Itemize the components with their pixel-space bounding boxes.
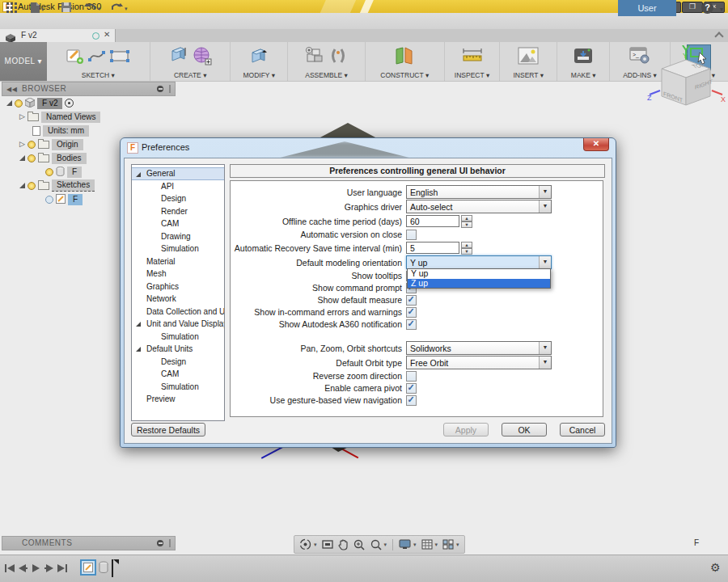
browser-item-label[interactable]: F <box>67 167 82 178</box>
auto-version-checkbox[interactable] <box>406 230 417 240</box>
visibility-bulb-icon[interactable] <box>28 141 36 149</box>
visibility-bulb-icon[interactable] <box>45 168 53 176</box>
dropdown-option-z-up[interactable]: Z up <box>408 279 550 289</box>
spline-icon[interactable] <box>88 49 106 65</box>
tab-close-icon[interactable]: ✕ <box>104 30 110 39</box>
tree-item-unit-value-display[interactable]: Unit and Value Display <box>132 318 224 331</box>
gesture-nav-checkbox[interactable] <box>406 395 417 406</box>
tree-item-du-simulation[interactable]: Simulation <box>132 381 224 394</box>
tree-item-material[interactable]: Material <box>132 255 224 268</box>
visibility-bulb-icon[interactable] <box>28 154 36 162</box>
press-pull-icon[interactable] <box>249 46 269 69</box>
visibility-bulb-icon[interactable] <box>28 182 36 190</box>
ribbon-group-label[interactable]: CONSTRUCT ▾ <box>380 71 429 79</box>
browser-item-sketches[interactable]: Sketches <box>19 179 95 192</box>
camera-pivot-checkbox[interactable] <box>406 383 417 394</box>
spin-up-icon[interactable]: ▲ <box>461 242 472 248</box>
expander-open-icon[interactable] <box>136 322 141 327</box>
tree-item-api[interactable]: API <box>132 180 224 193</box>
browser-panel-header[interactable]: ◀◀ BROWSER <box>2 82 176 96</box>
dialog-titlebar[interactable]: F Preferences ✕ <box>121 138 616 158</box>
ribbon-group-label[interactable]: ASSEMBLE ▾ <box>305 71 347 79</box>
spin-up-icon[interactable]: ▲ <box>461 215 472 221</box>
zoom-window-icon[interactable]: ▾ <box>368 538 389 551</box>
timeline-sketch-feature[interactable] <box>80 559 96 576</box>
show-a360-notification-checkbox[interactable] <box>406 319 417 330</box>
look-at-icon[interactable] <box>320 538 335 550</box>
tree-item-network[interactable]: Network <box>132 293 224 306</box>
default-orbit-select[interactable]: Free Orbit▼ <box>406 356 552 369</box>
browser-item-label[interactable]: F v2 <box>37 98 62 109</box>
browser-item-label[interactable]: Bodies <box>52 153 87 164</box>
new-component-icon[interactable] <box>306 47 325 68</box>
viewcube[interactable]: TOP FRONT RIGHT Z X Y <box>645 45 726 129</box>
timeline-feature[interactable] <box>99 561 109 577</box>
user-menu-button[interactable]: User <box>618 0 676 16</box>
browser-item-bodies[interactable]: Bodies <box>19 152 87 164</box>
collapse-panel-icon[interactable]: ◀◀ <box>6 86 17 93</box>
browser-item-named-views[interactable]: ▷ Named Views <box>19 111 100 123</box>
go-to-start-icon[interactable] <box>5 562 15 576</box>
new-body-icon[interactable] <box>169 46 188 69</box>
ribbon-group-label[interactable]: INSPECT ▾ <box>455 71 489 79</box>
comments-panel-header[interactable]: COMMENTS <box>2 536 176 550</box>
measure-icon[interactable] <box>462 48 483 66</box>
browser-item-label[interactable]: F <box>68 194 83 205</box>
tree-item-cam[interactable]: CAM <box>132 217 224 230</box>
tree-item-du-design[interactable]: Design <box>132 356 224 369</box>
model-pyramid[interactable] <box>319 123 377 138</box>
ribbon-group-label[interactable]: SKETCH ▾ <box>82 71 115 79</box>
timeline-marker-flag[interactable] <box>113 559 119 564</box>
create-form-icon[interactable] <box>193 46 212 69</box>
ok-button[interactable]: OK <box>502 423 547 436</box>
tree-item-graphics[interactable]: Graphics <box>132 280 224 293</box>
offline-cache-spinner[interactable]: 60▲▼ <box>406 215 472 227</box>
file-menu-icon[interactable]: ▾ <box>31 2 44 15</box>
expander-open-icon[interactable] <box>6 100 12 106</box>
tree-item-uvd-simulation[interactable]: Simulation <box>132 331 224 344</box>
browser-item-sketch-f[interactable]: F <box>45 193 83 205</box>
restore-button[interactable]: ❐ <box>682 2 703 13</box>
activate-component-icon[interactable] <box>65 99 74 108</box>
pan-zoom-orbit-select[interactable]: Solidworks▼ <box>406 341 552 355</box>
recovery-interval-spinner[interactable]: 5▲▼ <box>406 242 472 254</box>
expander-open-icon[interactable] <box>19 155 25 161</box>
browser-item-label[interactable]: Origin <box>52 139 83 150</box>
expander-open-icon[interactable] <box>19 183 25 188</box>
dropdown-option-y-up[interactable]: Y up <box>408 269 550 279</box>
expander-closed-icon[interactable]: ▷ <box>19 113 25 120</box>
tree-item-default-units[interactable]: Default Units <box>132 343 224 356</box>
spin-down-icon[interactable]: ▼ <box>461 248 472 255</box>
tree-item-drawing[interactable]: Drawing <box>132 230 224 243</box>
tree-item-mesh[interactable]: Mesh <box>132 268 224 280</box>
rectangle-tool-icon[interactable] <box>110 50 129 65</box>
document-tab[interactable]: F v2 ✕ <box>0 29 116 42</box>
step-forward-icon[interactable] <box>44 562 53 576</box>
insert-image-icon[interactable] <box>518 47 539 68</box>
pan-icon[interactable] <box>336 538 350 551</box>
dialog-close-button[interactable]: ✕ <box>583 138 609 151</box>
orbit-icon[interactable]: ▾ <box>298 538 319 551</box>
browser-item-label[interactable]: Units: mm <box>43 125 89 137</box>
construction-plane-icon[interactable] <box>394 46 415 69</box>
panel-grip[interactable] <box>169 85 171 93</box>
cancel-button[interactable]: Cancel <box>560 423 605 436</box>
tree-item-general[interactable]: General <box>132 167 224 180</box>
user-language-select[interactable]: English▼ <box>406 185 552 199</box>
workspace-selector[interactable]: MODEL ▾ <box>0 42 47 81</box>
visibility-bulb-icon[interactable] <box>45 196 53 204</box>
modeling-orientation-select[interactable]: Y up ▼ Y up Z up <box>406 255 552 269</box>
apply-button[interactable]: Apply <box>443 423 489 436</box>
panel-options-icon[interactable] <box>157 86 163 92</box>
ribbon-group-label[interactable]: INSERT ▾ <box>513 71 544 79</box>
ribbon-group-label[interactable]: MODIFY ▾ <box>243 71 275 79</box>
spin-down-icon[interactable]: ▼ <box>461 221 472 228</box>
viewports-icon[interactable]: ▾ <box>441 538 461 550</box>
restore-defaults-button[interactable]: Restore Defaults <box>131 423 205 436</box>
save-icon[interactable] <box>61 2 71 15</box>
browser-item-units[interactable]: Units: mm <box>32 124 89 137</box>
panel-grip[interactable] <box>169 539 171 547</box>
step-back-icon[interactable] <box>19 562 28 576</box>
zoom-icon[interactable] <box>352 538 366 551</box>
app-grid-icon[interactable] <box>6 2 17 15</box>
